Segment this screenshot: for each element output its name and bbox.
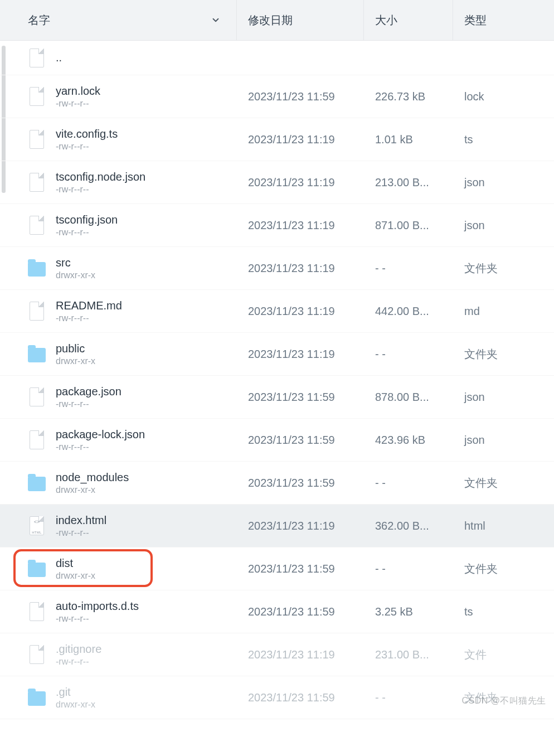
file-permissions: -rw-r--r-- [56, 142, 118, 152]
html-file-icon: HTML [28, 515, 46, 536]
file-date: 2023/11/23 11:59 [237, 90, 364, 103]
file-permissions: -rw-r--r-- [56, 227, 118, 238]
file-date: 2023/11/23 11:19 [237, 133, 364, 146]
file-size: - - [364, 691, 453, 704]
file-size: 1.01 kB [364, 133, 453, 146]
column-header-name[interactable]: 名字 [0, 0, 237, 40]
file-icon [28, 172, 46, 193]
file-permissions: drwxr-xr-x [56, 485, 129, 495]
table-row[interactable]: yarn.lock-rw-r--r--2023/11/23 11:59226.7… [0, 75, 554, 118]
file-type: md [453, 305, 553, 318]
file-permissions: drwxr-xr-x [56, 356, 95, 366]
folder-icon [28, 472, 46, 493]
file-type: 文件夹 [453, 261, 553, 276]
file-type: 文件夹 [453, 347, 553, 362]
file-type: ts [453, 605, 553, 618]
file-size: 423.96 kB [364, 434, 453, 447]
table-row[interactable]: auto-imports.d.ts-rw-r--r--2023/11/23 11… [0, 590, 554, 633]
file-icon [28, 86, 46, 107]
file-name: yarn.lock [56, 85, 100, 98]
file-permissions: -rw-r--r-- [56, 185, 145, 195]
file-type: html [453, 520, 553, 532]
parent-name: .. [56, 51, 62, 64]
file-size: 878.00 B... [364, 391, 453, 404]
table-row[interactable]: vite.config.ts-rw-r--r--2023/11/23 11:19… [0, 118, 554, 161]
table-row[interactable]: srcdrwxr-xr-x2023/11/23 11:19- -文件夹 [0, 247, 554, 290]
file-date: 2023/11/23 11:19 [237, 176, 364, 189]
file-type: 文件夹 [453, 561, 553, 576]
file-date: 2023/11/23 11:59 [237, 477, 364, 490]
table-row[interactable]: tsconfig.node.json-rw-r--r--2023/11/23 1… [0, 161, 554, 204]
table-row[interactable]: README.md-rw-r--r--2023/11/23 11:19442.0… [0, 290, 554, 333]
table-row[interactable]: package.json-rw-r--r--2023/11/23 11:5987… [0, 376, 554, 419]
file-permissions: drwxr-xr-x [56, 270, 95, 280]
column-header-date[interactable]: 修改日期 [237, 0, 364, 40]
file-name: vite.config.ts [56, 128, 118, 140]
chevron-down-icon [211, 15, 221, 25]
column-header-size-label: 大小 [375, 13, 397, 28]
table-row[interactable]: tsconfig.json-rw-r--r--2023/11/23 11:198… [0, 204, 554, 247]
file-size: 871.00 B... [364, 219, 453, 232]
file-name: package.json [56, 385, 122, 398]
file-date: 2023/11/23 11:19 [237, 219, 364, 232]
file-permissions: -rw-r--r-- [56, 99, 100, 109]
file-permissions: -rw-r--r-- [56, 442, 145, 452]
file-permissions: -rw-r--r-- [56, 528, 106, 538]
file-name: tsconfig.node.json [56, 171, 145, 183]
file-size: 226.73 kB [364, 90, 453, 103]
table-row[interactable]: HTMLindex.html-rw-r--r--2023/11/23 11:19… [0, 505, 554, 547]
file-name: tsconfig.json [56, 214, 118, 226]
file-name: README.md [56, 299, 122, 312]
file-size: 231.00 B... [364, 648, 453, 661]
file-type: 文件 [453, 647, 553, 662]
file-permissions: -rw-r--r-- [56, 614, 139, 624]
file-date: 2023/11/23 11:19 [237, 520, 364, 532]
file-name: .gitignore [56, 643, 101, 656]
column-header-date-label: 修改日期 [248, 13, 293, 28]
file-date: 2023/11/23 11:59 [237, 563, 364, 575]
file-permissions: -rw-r--r-- [56, 399, 122, 409]
file-name: index.html [56, 514, 106, 527]
file-date: 2023/11/23 11:19 [237, 648, 364, 661]
file-size: - - [364, 262, 453, 275]
table-row[interactable]: package-lock.json-rw-r--r--2023/11/23 11… [0, 419, 554, 462]
file-icon [28, 386, 46, 408]
folder-icon [28, 343, 46, 365]
file-date: 2023/11/23 11:59 [237, 391, 364, 404]
table-row[interactable]: distdrwxr-xr-x2023/11/23 11:59- -文件夹 [0, 547, 554, 590]
column-header-size[interactable]: 大小 [364, 0, 453, 40]
folder-icon [28, 687, 46, 708]
file-type: json [453, 391, 553, 404]
file-type: 文件夹 [453, 476, 553, 491]
file-icon [28, 644, 46, 665]
table-header: 名字 修改日期 大小 类型 [0, 0, 554, 41]
table-row[interactable]: node_modulesdrwxr-xr-x2023/11/23 11:59- … [0, 462, 554, 505]
table-row[interactable]: publicdrwxr-xr-x2023/11/23 11:19- -文件夹 [0, 333, 554, 376]
file-date: 2023/11/23 11:59 [237, 691, 364, 704]
file-size: - - [364, 477, 453, 490]
file-date: 2023/11/23 11:19 [237, 262, 364, 275]
column-header-type-label: 类型 [464, 13, 487, 28]
file-list: .. yarn.lock-rw-r--r--2023/11/23 11:5922… [0, 41, 554, 719]
file-date: 2023/11/23 11:59 [237, 434, 364, 447]
file-size: - - [364, 348, 453, 361]
table-row[interactable]: .gitignore-rw-r--r--2023/11/23 11:19231.… [0, 633, 554, 676]
file-permissions: drwxr-xr-x [56, 700, 95, 710]
file-type: json [453, 176, 553, 189]
file-size: 442.00 B... [364, 305, 453, 318]
file-permissions: -rw-r--r-- [56, 313, 122, 323]
file-name: package-lock.json [56, 428, 145, 441]
file-name: .git [56, 686, 95, 699]
column-header-type[interactable]: 类型 [453, 0, 553, 40]
file-icon [28, 129, 46, 150]
file-size: - - [364, 563, 453, 575]
file-icon [28, 601, 46, 622]
file-name: dist [56, 557, 95, 570]
file-type: json [453, 434, 553, 447]
file-date: 2023/11/23 11:19 [237, 305, 364, 318]
folder-icon [28, 558, 46, 579]
parent-directory-row[interactable]: .. [0, 41, 554, 75]
file-type: ts [453, 133, 553, 146]
file-permissions: drwxr-xr-x [56, 571, 95, 581]
file-size: 3.25 kB [364, 605, 453, 618]
